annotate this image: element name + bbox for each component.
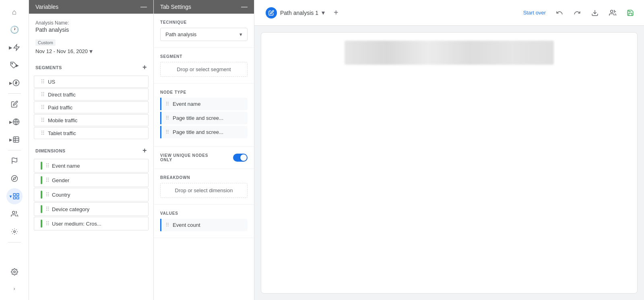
drag-handle-icon: ⠿ bbox=[165, 101, 169, 107]
dimension-item-label: User medium: Cros... bbox=[52, 221, 101, 227]
segment-drop-zone[interactable]: Drop or select segment bbox=[160, 62, 248, 77]
segment-item-label: Tablet traffic bbox=[48, 130, 76, 136]
analysis-name-label: Analysis Name: bbox=[35, 20, 147, 26]
node-types-list: ⠿Event name⠿Page title and scree...⠿Page… bbox=[160, 98, 248, 138]
dimension-item[interactable]: ⠿Device category bbox=[34, 202, 149, 216]
tab-settings-minimize-btn[interactable]: — bbox=[241, 3, 248, 10]
segment-item-label: Direct traffic bbox=[48, 92, 76, 98]
blurred-content bbox=[345, 41, 554, 65]
configure-icon[interactable] bbox=[6, 224, 23, 240]
segment-placeholder: Drop or select segment bbox=[177, 66, 231, 72]
view-unique-toggle[interactable] bbox=[233, 154, 248, 162]
date-range-picker[interactable]: Nov 12 - Nov 16, 2020 ▾ bbox=[35, 47, 147, 55]
dimension-color-bar bbox=[41, 191, 42, 199]
dimension-item[interactable]: ⠿User medium: Cros... bbox=[34, 217, 149, 230]
technique-label: TECHNIQUE bbox=[160, 20, 248, 25]
dimension-item[interactable]: ⠿Event name bbox=[34, 159, 149, 173]
drag-handle-icon: ⠿ bbox=[45, 162, 50, 169]
add-segment-btn[interactable]: + bbox=[142, 63, 147, 72]
technique-chevron-icon: ▾ bbox=[239, 31, 242, 37]
drag-handle-icon: ⠿ bbox=[165, 129, 169, 135]
segments-section-header: SEGMENTS + bbox=[29, 60, 153, 75]
tab-settings-panel-header: Tab Settings — bbox=[154, 0, 254, 14]
svg-point-10 bbox=[12, 211, 14, 214]
globe-icon[interactable]: ▶ bbox=[6, 114, 23, 130]
technique-select[interactable]: Path analysis ▾ bbox=[160, 28, 248, 41]
date-custom-label: Custom bbox=[35, 39, 56, 46]
technique-section: TECHNIQUE Path analysis ▾ bbox=[154, 14, 254, 48]
drag-handle-icon: ⠿ bbox=[41, 91, 45, 98]
add-tab-btn[interactable]: + bbox=[330, 6, 343, 19]
drag-handle-icon: ⠿ bbox=[165, 222, 169, 228]
drag-handle-icon: ⠿ bbox=[45, 206, 50, 212]
tab-area: Path analysis 1 ▾ + bbox=[261, 4, 520, 22]
tab-dropdown-icon: ▾ bbox=[322, 9, 325, 16]
view-unique-toggle-row: VIEW UNIQUE NODES ONLY bbox=[160, 153, 248, 162]
node-type-item[interactable]: ⠿Page title and scree... bbox=[160, 112, 248, 124]
values-list: ⠿Event count bbox=[160, 219, 248, 231]
reports-icon[interactable]: ▶ bbox=[6, 39, 23, 55]
dimension-color-bar bbox=[41, 162, 42, 170]
dimension-item-label: Event name bbox=[52, 163, 80, 169]
share-btn[interactable] bbox=[605, 6, 620, 20]
segments-label: SEGMENTS bbox=[35, 65, 62, 70]
settings-gear-icon[interactable] bbox=[6, 264, 23, 280]
variables-minimize-btn[interactable]: — bbox=[140, 3, 147, 10]
breakdown-label: BREAKDOWN bbox=[160, 175, 248, 180]
active-tab[interactable]: Path analysis 1 ▾ bbox=[261, 4, 330, 22]
breakdown-section: BREAKDOWN Drop or select dimension bbox=[154, 169, 254, 205]
segment-item[interactable]: ⠿US bbox=[34, 76, 149, 88]
values-section: VALUES ⠿Event count bbox=[154, 205, 254, 238]
flag-icon[interactable] bbox=[6, 153, 23, 169]
dimension-item[interactable]: ⠿Country bbox=[34, 188, 149, 201]
drag-handle-icon: ⠿ bbox=[45, 191, 50, 198]
redo-btn[interactable] bbox=[570, 6, 584, 20]
explore-icon[interactable] bbox=[6, 171, 23, 187]
monetize-icon[interactable]: ▶ bbox=[6, 75, 23, 91]
segment-item[interactable]: ⠿Mobile traffic bbox=[34, 114, 149, 126]
breakdown-drop-zone[interactable]: Drop or select dimension bbox=[160, 183, 248, 198]
segment-item[interactable]: ⠿Paid traffic bbox=[34, 101, 149, 113]
add-dimension-btn[interactable]: + bbox=[142, 146, 147, 155]
main-content: Path analysis 1 ▾ + Start over bbox=[254, 0, 644, 300]
dimensions-list: ⠿Event name⠿Gender⠿Country⠿Device catego… bbox=[29, 158, 153, 231]
dimension-item[interactable]: ⠿Gender bbox=[34, 173, 149, 187]
save-btn[interactable] bbox=[623, 6, 638, 20]
svg-point-14 bbox=[611, 10, 613, 12]
tab-settings-title: Tab Settings bbox=[160, 4, 191, 10]
download-btn[interactable] bbox=[588, 6, 602, 20]
top-bar: Path analysis 1 ▾ + Start over bbox=[254, 0, 644, 26]
svg-point-0 bbox=[12, 63, 12, 64]
value-item[interactable]: ⠿Event count bbox=[160, 219, 248, 231]
drag-handle-icon: ⠿ bbox=[45, 177, 50, 183]
svg-rect-8 bbox=[14, 197, 16, 199]
svg-rect-7 bbox=[17, 193, 19, 195]
clock-icon[interactable]: 🕐 bbox=[6, 22, 23, 38]
node-type-item[interactable]: ⠿Page title and scree... bbox=[160, 126, 248, 138]
dimension-color-bar bbox=[41, 205, 42, 213]
node-type-section: NODE TYPE ⠿Event name⠿Page title and scr… bbox=[154, 84, 254, 147]
view-unique-label: VIEW UNIQUE NODES bbox=[160, 153, 208, 158]
node-type-item[interactable]: ⠿Event name bbox=[160, 98, 248, 110]
variables-panel-header: Variables — bbox=[29, 0, 153, 14]
segment-label: SEGMENT bbox=[160, 54, 248, 59]
segment-item[interactable]: ⠿Direct traffic bbox=[34, 88, 149, 101]
table-icon[interactable]: ▶ bbox=[6, 132, 23, 148]
tab-settings-panel: Tab Settings — TECHNIQUE Path analysis ▾… bbox=[154, 0, 254, 300]
date-section: Custom Nov 12 - Nov 16, 2020 ▾ bbox=[29, 39, 153, 60]
tag-icon[interactable]: ▶ bbox=[6, 57, 23, 73]
svg-point-12 bbox=[13, 271, 15, 273]
audience-icon[interactable] bbox=[6, 206, 23, 222]
home-icon[interactable]: ⌂ bbox=[6, 4, 23, 20]
analysis-name-section: Analysis Name: Path analysis bbox=[29, 14, 153, 39]
start-over-btn[interactable]: Start over bbox=[520, 7, 549, 18]
drag-handle-icon: ⠿ bbox=[165, 115, 169, 121]
view-unique-label-group: VIEW UNIQUE NODES ONLY bbox=[160, 153, 208, 162]
undo-btn[interactable] bbox=[552, 6, 567, 20]
analysis-icon[interactable]: ▼ bbox=[6, 188, 23, 204]
segment-item[interactable]: ⠿Tablet traffic bbox=[34, 127, 149, 139]
view-unique-sublabel: ONLY bbox=[160, 158, 208, 162]
collapse-nav-icon[interactable]: › bbox=[6, 281, 23, 297]
dimensions-section-header: DIMENSIONS + bbox=[29, 143, 153, 158]
pencil-icon[interactable] bbox=[6, 96, 23, 112]
